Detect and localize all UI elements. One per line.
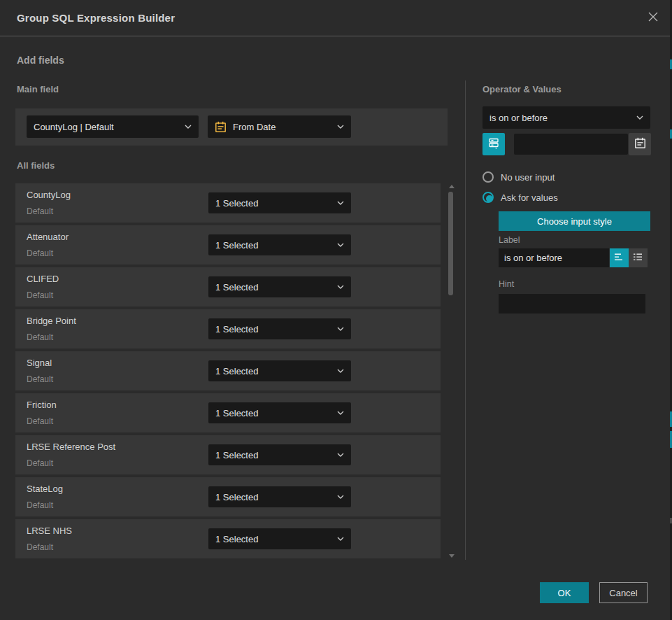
- dialog-title: Group SQL Expression Builder: [17, 12, 175, 24]
- main-field-row: CountyLog | Default From Date: [15, 108, 448, 146]
- chevron-down-icon: [337, 327, 344, 331]
- field-row: Friction Default 1 Selected: [15, 393, 441, 432]
- hint-input[interactable]: [499, 294, 645, 313]
- field-name: Bridge Point: [27, 316, 76, 326]
- field-name: CountyLog: [27, 190, 71, 200]
- chevron-down-icon: [636, 115, 643, 120]
- calendar-icon: [215, 121, 227, 133]
- field-selected-value: 1 Selected: [215, 534, 333, 544]
- field-row: CountyLog Default 1 Selected: [15, 183, 441, 223]
- stacked-values-icon: [487, 136, 500, 152]
- radio-circle-icon: [482, 171, 494, 183]
- field-sublabel: Default: [27, 416, 53, 426]
- field-selected-dropdown[interactable]: 1 Selected: [208, 444, 351, 465]
- field-sublabel: Default: [27, 290, 53, 300]
- ok-button[interactable]: OK: [540, 582, 589, 603]
- close-button[interactable]: [645, 10, 662, 27]
- field-selected-dropdown[interactable]: 1 Selected: [208, 276, 351, 297]
- chevron-down-icon: [337, 369, 344, 373]
- field-selected-dropdown[interactable]: 1 Selected: [208, 402, 351, 423]
- field-name: Friction: [27, 400, 57, 410]
- chevron-down-icon: [337, 537, 344, 541]
- close-icon: [648, 11, 659, 25]
- operator-values-heading: Operator & Values: [482, 84, 562, 94]
- title-bar: Group SQL Expression Builder: [0, 0, 670, 36]
- field-row: LRSE NHS Default 1 Selected: [15, 519, 441, 558]
- chevron-down-icon: [337, 201, 344, 205]
- field-selected-dropdown[interactable]: 1 Selected: [208, 192, 351, 213]
- field-name: LRSE NHS: [27, 526, 72, 536]
- value-date-input[interactable]: [514, 134, 628, 155]
- scroll-up-arrow-icon[interactable]: [449, 185, 455, 188]
- scrollbar-thumb[interactable]: [448, 192, 453, 295]
- layer-select-value: CountyLog | Default: [34, 122, 180, 132]
- field-name: Signal: [27, 358, 52, 368]
- chevron-down-icon: [337, 495, 344, 499]
- field-row: Attenuator Default 1 Selected: [15, 225, 441, 265]
- operator-select[interactable]: is on or before: [482, 106, 650, 129]
- date-picker-button[interactable]: [629, 133, 651, 155]
- value-type-button[interactable]: [482, 133, 505, 155]
- field-row: Bridge Point Default 1 Selected: [15, 309, 441, 348]
- field-selected-value: 1 Selected: [215, 240, 333, 251]
- radio-label: No user input: [501, 172, 555, 183]
- field-row: LRSE Reference Post Default 1 Selected: [15, 435, 441, 474]
- field-sublabel: Default: [27, 500, 53, 510]
- field-selected-dropdown[interactable]: 1 Selected: [208, 360, 351, 381]
- chevron-down-icon: [337, 285, 344, 289]
- field-selected-value: 1 Selected: [215, 450, 333, 460]
- operator-select-value: is on or before: [489, 113, 632, 123]
- label-label: Label: [499, 235, 520, 245]
- label-input[interactable]: [499, 248, 609, 267]
- radio-ask-for-values[interactable]: Ask for values: [482, 192, 558, 203]
- field-selected-dropdown[interactable]: 1 Selected: [208, 486, 351, 507]
- chevron-down-icon: [337, 125, 344, 129]
- all-fields-heading: All fields: [17, 160, 55, 171]
- field-sublabel: Default: [27, 206, 53, 216]
- choose-input-style-button[interactable]: Choose input style: [499, 211, 650, 231]
- field-selected-value: 1 Selected: [215, 282, 333, 293]
- main-field-heading: Main field: [17, 84, 59, 94]
- field-name: StateLog: [27, 484, 63, 494]
- list-input-style-button[interactable]: [629, 248, 648, 267]
- radio-circle-icon: [482, 192, 494, 203]
- calendar-icon: [634, 137, 646, 152]
- field-selected-dropdown[interactable]: 1 Selected: [208, 318, 351, 339]
- field-name: Attenuator: [27, 232, 69, 242]
- field-sublabel: Default: [27, 374, 53, 384]
- field-sublabel: Default: [27, 542, 53, 552]
- field-sublabel: Default: [27, 458, 53, 468]
- field-name: LRSE Reference Post: [27, 442, 115, 452]
- layer-select[interactable]: CountyLog | Default: [27, 115, 199, 138]
- field-row: CLIFED Default 1 Selected: [15, 267, 441, 307]
- field-selected-value: 1 Selected: [215, 492, 333, 502]
- add-fields-heading: Add fields: [17, 55, 64, 66]
- align-left-icon: [614, 252, 624, 265]
- radio-label: Ask for values: [501, 192, 558, 203]
- chevron-down-icon: [337, 411, 344, 415]
- field-sublabel: Default: [27, 332, 53, 342]
- field-row: StateLog Default 1 Selected: [15, 477, 441, 516]
- chevron-down-icon: [337, 243, 344, 247]
- field-selected-dropdown[interactable]: 1 Selected: [208, 234, 351, 255]
- field-selected-dropdown[interactable]: 1 Selected: [208, 528, 351, 549]
- field-selected-value: 1 Selected: [215, 408, 333, 418]
- field-name: CLIFED: [27, 274, 59, 284]
- radio-no-user-input[interactable]: No user input: [482, 171, 555, 183]
- field-sublabel: Default: [27, 248, 53, 258]
- cancel-button[interactable]: Cancel: [599, 582, 648, 603]
- hint-label: Hint: [499, 279, 514, 289]
- field-select[interactable]: From Date: [208, 115, 351, 138]
- field-selected-value: 1 Selected: [215, 366, 333, 376]
- field-selected-value: 1 Selected: [215, 198, 333, 209]
- chevron-down-icon: [337, 453, 344, 457]
- all-fields-list: CountyLog Default 1 Selected Attenuator …: [15, 183, 441, 561]
- chevron-down-icon: [185, 125, 192, 129]
- single-line-input-style-button[interactable]: [610, 248, 629, 267]
- list-scrollbar[interactable]: [448, 183, 455, 559]
- group-sql-expression-builder-dialog: Group SQL Expression Builder Add fields …: [0, 0, 672, 620]
- field-row: Signal Default 1 Selected: [15, 351, 441, 390]
- scroll-down-arrow-icon[interactable]: [449, 554, 455, 558]
- field-selected-value: 1 Selected: [215, 324, 333, 334]
- field-select-value: From Date: [233, 122, 333, 132]
